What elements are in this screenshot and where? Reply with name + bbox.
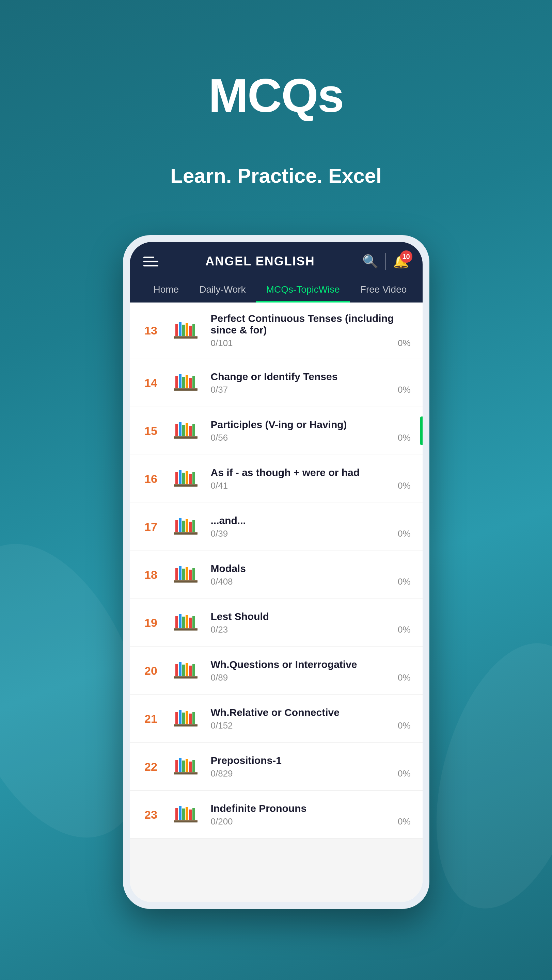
bell-icon[interactable]: 🔔 10 [393,254,409,269]
svg-rect-19 [179,422,182,436]
header-icons: 🔍 🔔 10 [362,253,409,270]
svg-rect-51 [179,614,182,628]
svg-rect-11 [179,374,182,388]
topic-percent: 0% [398,528,411,539]
topic-percent: 0% [398,385,411,395]
book-icon [169,465,203,492]
book-icon [169,657,203,684]
tab-daily-work[interactable]: Daily-Work [189,278,256,302]
topic-item-16[interactable]: 16 As if - as though + were [130,455,423,503]
topic-number: 23 [142,808,160,821]
topic-item-19[interactable]: 19 Lest Should [130,599,423,647]
svg-rect-42 [175,568,178,580]
hamburger-menu-icon[interactable] [144,256,158,266]
svg-rect-14 [189,378,192,388]
svg-rect-28 [182,473,185,484]
svg-rect-71 [192,712,195,724]
topic-count: 0/23 [211,624,228,635]
book-icon [169,753,203,780]
topic-number: 18 [142,568,160,582]
svg-rect-45 [186,567,188,580]
svg-rect-39 [192,520,195,532]
book-icon [169,317,203,344]
svg-rect-64 [174,677,198,679]
svg-rect-43 [179,566,182,580]
topic-info: Indefinite Pronouns 0/200 0% [211,803,411,827]
svg-rect-3 [182,325,185,336]
topic-percent: 0% [398,338,411,348]
topic-item-17[interactable]: 17 ...and... [130,503,423,551]
topic-item-20[interactable]: 20 Wh.Questions or Interrog [130,647,423,695]
svg-rect-62 [189,666,192,676]
topic-info: ...and... 0/39 0% [211,515,411,539]
svg-rect-66 [175,712,178,724]
topic-info: Participles (V-ing or Having) 0/56 0% [211,419,411,443]
topic-number: 22 [142,760,160,773]
topic-item-15[interactable]: 15 Participles (V-ing or Ha [130,407,423,455]
topic-item-18[interactable]: 18 Modals [130,551,423,599]
topic-info: Wh.Questions or Interrogative 0/89 0% [211,659,411,683]
svg-rect-88 [174,821,198,822]
book-icon [169,705,203,732]
svg-rect-61 [186,663,188,676]
svg-rect-32 [174,485,198,487]
topic-percent: 0% [398,480,411,491]
progress-bar-indicator [420,417,423,445]
topic-item-21[interactable]: 21 Wh.Relative or Connectiv [130,695,423,743]
svg-rect-24 [174,437,198,439]
svg-rect-46 [189,570,192,580]
svg-rect-15 [192,376,195,388]
svg-rect-85 [186,807,188,820]
svg-rect-36 [182,520,185,532]
svg-rect-72 [174,725,198,727]
topic-item-14[interactable]: 14 Change or Identify Tense [130,359,423,407]
topic-title: ...and... [211,515,411,527]
topic-info: Modals 0/408 0% [211,563,411,587]
svg-rect-44 [182,569,185,580]
topic-info: Prepositions-1 0/829 0% [211,755,411,779]
topic-percent: 0% [398,433,411,443]
svg-rect-60 [182,665,185,676]
topic-number: 21 [142,712,160,725]
hero-subtitle: Learn. Practice. Excel [170,164,381,188]
svg-rect-80 [174,773,198,775]
svg-rect-20 [182,425,185,436]
svg-rect-37 [186,519,188,532]
tab-home[interactable]: Home [144,278,189,302]
svg-rect-12 [182,377,185,388]
topic-title: Wh.Relative or Connective [211,707,411,718]
svg-rect-54 [189,617,192,628]
topic-number: 13 [142,324,160,337]
svg-rect-50 [175,616,178,628]
svg-rect-63 [192,664,195,676]
book-icon [169,513,203,540]
svg-rect-40 [174,533,198,535]
topic-count: 0/41 [211,480,228,491]
tab-mcqs-topicwise[interactable]: MCQs-TopicWise [256,278,350,302]
topic-count: 0/39 [211,528,228,539]
svg-rect-55 [192,616,195,628]
svg-rect-69 [186,711,188,724]
topic-title: Lest Should [211,611,411,622]
svg-rect-79 [192,760,195,772]
svg-rect-59 [179,662,182,676]
svg-rect-31 [192,472,195,484]
topic-number: 17 [142,520,160,533]
book-icon [169,417,203,444]
svg-rect-68 [182,713,185,724]
svg-rect-56 [174,629,198,630]
svg-rect-67 [179,710,182,724]
tab-free-video[interactable]: Free Video [350,278,409,302]
topic-item-22[interactable]: 22 Prepositions-1 [130,743,423,791]
notification-badge: 10 [400,250,412,263]
topic-item-23[interactable]: 23 Indefinite Pronouns [130,791,423,839]
book-icon [169,369,203,396]
search-icon[interactable]: 🔍 [362,254,378,269]
topic-item-13[interactable]: 13 Perfect C [130,302,423,359]
topic-info: Change or Identify Tenses 0/37 0% [211,371,411,395]
svg-rect-27 [179,470,182,484]
svg-rect-21 [186,423,188,436]
topic-count: 0/200 [211,816,233,827]
topic-title: Change or Identify Tenses [211,371,411,382]
topic-info: Wh.Relative or Connective 0/152 0% [211,707,411,731]
